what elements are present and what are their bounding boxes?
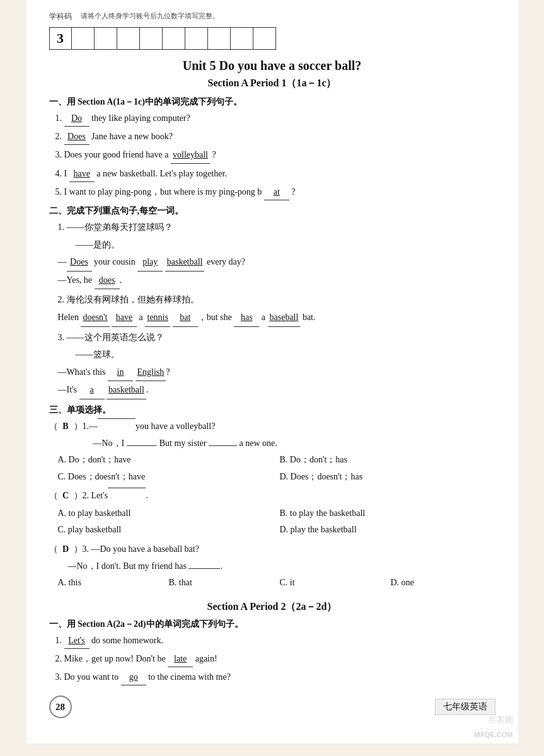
watermark-url: MXQE.COM bbox=[474, 731, 512, 738]
list-item: 3. Do you want to go to the cinema with … bbox=[55, 669, 495, 685]
mc-block-1: （ B ） 1.— you have a volleyball? —No，I .… bbox=[49, 418, 495, 486]
list-item: 4. I have a new basketball. Let's play t… bbox=[55, 166, 495, 182]
mc3-line2: —No，I don't. But my friend has . bbox=[68, 558, 495, 574]
mc1-num: 1.— bbox=[83, 418, 98, 434]
p2q2-blank: late bbox=[168, 651, 193, 667]
dialogue-2-chinese: 2. 海伦没有网球拍，但她有棒球拍。 bbox=[58, 292, 495, 309]
mc-block-2: （ C ） 2. Let's . A. to play basketball B… bbox=[49, 488, 495, 538]
dialogue-1-chinese-1: 1. ——你堂弟每天打篮球吗？ bbox=[58, 219, 495, 236]
mc2-answer: C bbox=[60, 488, 71, 503]
id-cell-3[interactable] bbox=[117, 27, 140, 50]
list-item: 2. Mike，get up now! Don't be late again! bbox=[55, 651, 495, 667]
d3-blank1: in bbox=[108, 364, 133, 382]
page-container: 学科码 请将个人终身学习账号后九位数字填写完整。 3 Unit 5 Do you… bbox=[26, 0, 518, 743]
mc3-optC: C. it bbox=[280, 575, 385, 592]
mc2-optC: C. play basketball bbox=[58, 522, 274, 539]
watermark-logo: 答案圈 bbox=[489, 714, 513, 726]
page-number: 28 bbox=[49, 696, 72, 718]
id-cell-2[interactable] bbox=[95, 27, 117, 50]
mc1-line2: —No，I . But my sister a new one. bbox=[93, 435, 495, 451]
q3-num: 3. Does your good friend have a bbox=[55, 150, 171, 159]
id-cell-6[interactable] bbox=[185, 27, 208, 50]
dialogue-3-line1: —What's this in English? bbox=[58, 364, 495, 382]
dialogue-1-line2: —Yes, he does. bbox=[58, 272, 495, 290]
id-box-row: 3 bbox=[49, 27, 495, 50]
d2-blank6: baseball bbox=[268, 309, 301, 327]
p2q3-blank: go bbox=[121, 669, 146, 685]
id-cells bbox=[72, 27, 276, 50]
header-row: 学科码 请将个人终身学习账号后九位数字填写完整。 bbox=[49, 11, 495, 22]
mc-item-3: （ D ） 3. —Do you have a baseball bat? bbox=[49, 541, 495, 557]
id-cell-1[interactable] bbox=[72, 27, 95, 50]
q2-blank: Does bbox=[64, 129, 90, 145]
part1-questions: 1. Do they like playing computer? 2. Doe… bbox=[55, 110, 495, 200]
q4-text: a new basketball. Let's play together. bbox=[96, 169, 227, 178]
q5-blank: at bbox=[264, 184, 289, 200]
subject-code-label: 学科码 bbox=[49, 11, 72, 22]
q5-num: 5. I want to play ping-pong，but where is… bbox=[55, 187, 262, 197]
mc1-optA: A. Do；don't；have bbox=[58, 452, 274, 469]
p2q3-num: 3. Do you want to bbox=[55, 672, 121, 682]
d2-blank1: doesn't bbox=[81, 309, 109, 327]
d1-blank1: Does bbox=[67, 254, 92, 272]
mc3-answer: D bbox=[60, 541, 71, 557]
mc3-options: A. this B. that C. it D. one bbox=[58, 575, 495, 592]
dialogue-2-line1: Helen doesn't have a tennis bat，but she … bbox=[58, 309, 495, 327]
q2-text: Jane have a new book? bbox=[91, 132, 173, 141]
d3-blank2: English bbox=[136, 364, 166, 382]
d3-blank4: basketball bbox=[107, 382, 146, 399]
section-a-period2-title: Section A Period 2（2a－2d） bbox=[49, 600, 495, 614]
d2-blank4: bat bbox=[173, 309, 198, 327]
mc3-optB: B. that bbox=[169, 575, 274, 592]
part2-title: 二、完成下列重点句子,每空一词。 bbox=[49, 205, 495, 217]
p2q2-text: again! bbox=[195, 654, 217, 663]
d2-blank5: has bbox=[234, 309, 259, 327]
mc2-optD: D. play the basketball bbox=[280, 522, 495, 539]
mc1-blank2 bbox=[127, 445, 155, 446]
mc1-text1: you have a volleyball? bbox=[136, 418, 215, 434]
p2q2-num: 2. Mike，get up now! Don't be bbox=[55, 654, 168, 663]
p2q3-text: to the cinema with me? bbox=[148, 672, 231, 682]
list-item: 2. Does Jane have a new book? bbox=[55, 129, 495, 145]
mc3-answer-wrap: （ D ） bbox=[49, 541, 83, 557]
id-cell-7[interactable] bbox=[208, 27, 231, 50]
subject-number: 3 bbox=[49, 27, 72, 50]
d2-blank3: tennis bbox=[145, 309, 170, 327]
mc3-num: 3. —Do you have a baseball bat? bbox=[83, 541, 199, 557]
q3-text: ? bbox=[212, 150, 216, 159]
dialogue-3-line2: —It's a basketball. bbox=[58, 382, 495, 399]
mc1-optC: C. Does；doesn't；have bbox=[58, 469, 274, 486]
list-item: 3. Does your good friend have a volleyba… bbox=[55, 147, 495, 163]
id-cell-9[interactable] bbox=[253, 27, 276, 50]
q1-blank: Do bbox=[64, 110, 90, 127]
mc1-optD: D. Does；doesn't；has bbox=[280, 469, 495, 486]
p2q1-text: do some homework. bbox=[91, 636, 163, 645]
p2q1-num: 1. bbox=[55, 636, 62, 645]
mc1-blank3 bbox=[209, 445, 237, 446]
q1-text: they like playing computer? bbox=[91, 113, 190, 123]
part3-title: 三、单项选择。 bbox=[49, 404, 495, 416]
q4-blank: have bbox=[69, 166, 95, 182]
p2q1-blank: Let's bbox=[64, 633, 90, 649]
mc2-optB: B. to play the basketball bbox=[280, 505, 495, 522]
q4-num: 4. I bbox=[55, 169, 69, 178]
mc1-answer: B bbox=[60, 418, 71, 434]
mc1-answer-wrap: （ B ） bbox=[49, 418, 83, 434]
period2-part1-title: 一、用 Section A(2a－2d)中的单词完成下列句子。 bbox=[49, 619, 495, 630]
part1-title: 一、用 Section A(1a－1c)中的单词完成下列句子。 bbox=[49, 96, 495, 108]
mc2-num: 2. Let's bbox=[83, 488, 108, 503]
dialogue-3-chinese-2: ——篮球。 bbox=[58, 346, 495, 364]
mc-item-2: （ C ） 2. Let's . bbox=[49, 488, 495, 503]
footer-row: 28 七年级英语 bbox=[49, 696, 495, 718]
fill-instruction: 请将个人终身学习账号后九位数字填写完整。 bbox=[81, 11, 219, 21]
list-item: 1. Do they like playing computer? bbox=[55, 110, 495, 127]
mc2-text: . bbox=[146, 488, 148, 503]
q3-blank: volleyball bbox=[171, 147, 210, 163]
mc2-optA: A. to play basketball bbox=[58, 505, 274, 522]
mc-item-1: （ B ） 1.— you have a volleyball? bbox=[49, 418, 495, 434]
mc1-blank1 bbox=[98, 418, 136, 419]
section-a-period1-title: Section A Period 1（1a－1c） bbox=[49, 77, 495, 90]
id-cell-5[interactable] bbox=[163, 27, 185, 50]
id-cell-8[interactable] bbox=[231, 27, 253, 50]
id-cell-4[interactable] bbox=[140, 27, 163, 50]
